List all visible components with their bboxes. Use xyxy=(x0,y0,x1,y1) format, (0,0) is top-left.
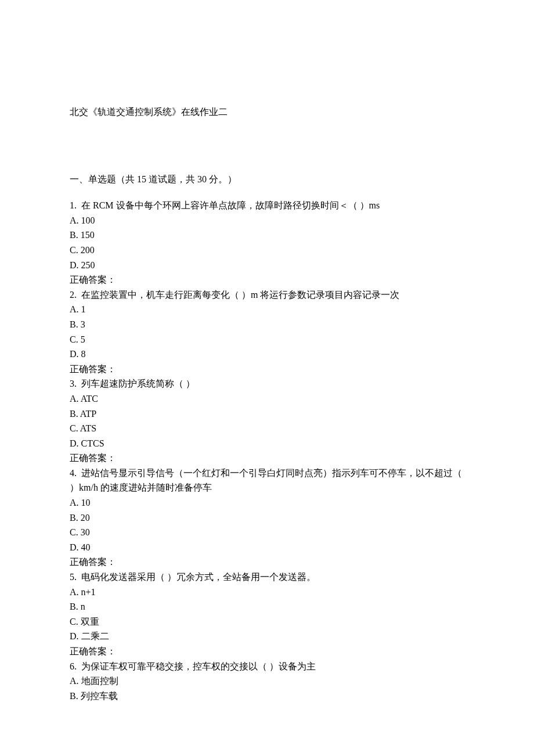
question-option: A. 100 xyxy=(70,213,464,228)
document-page: 北交《轨道交通控制系统》在线作业二 一、单选题（共 15 道试题，共 30 分。… xyxy=(0,0,534,756)
question-list: 1. 在 RCM 设备中每个环网上容许单点故障，故障时路径切换时间＜（ ）ms … xyxy=(70,198,464,703)
answer-label: 正确答案： xyxy=(70,362,464,377)
question-option: D. 40 xyxy=(70,540,464,555)
answer-label: 正确答案： xyxy=(70,644,464,659)
question-option: A. 地面控制 xyxy=(70,674,464,689)
question-item: 3. 列车超速防护系统简称（ ） A. ATC B. ATP C. ATS D.… xyxy=(70,376,464,466)
question-option: C. 200 xyxy=(70,243,464,258)
question-stem: 5. 电码化发送器采用（ ）冗余方式，全站备用一个发送器。 xyxy=(70,570,464,585)
answer-label: 正确答案： xyxy=(70,272,464,287)
section-header: 一、单选题（共 15 道试题，共 30 分。） xyxy=(70,172,464,187)
question-option: A. 1 xyxy=(70,302,464,317)
question-stem: 4. 进站信号显示引导信号（一个红灯和一个引导白灯同时点亮）指示列车可不停车，以… xyxy=(70,466,464,495)
question-item: 2. 在监控装置中，机车走行距离每变化（ ）m 将运行参数记录项目内容记录一次 … xyxy=(70,287,464,377)
question-option: C. 双重 xyxy=(70,614,464,629)
question-option: D. 二乘二 xyxy=(70,629,464,644)
document-title: 北交《轨道交通控制系统》在线作业二 xyxy=(70,105,464,120)
question-stem: 1. 在 RCM 设备中每个环网上容许单点故障，故障时路径切换时间＜（ ）ms xyxy=(70,198,464,213)
question-option: B. 列控车载 xyxy=(70,689,464,704)
question-option: C. 5 xyxy=(70,332,464,347)
question-item: 6. 为保证车权可靠平稳交接，控车权的交接以（ ）设备为主 A. 地面控制 B.… xyxy=(70,659,464,704)
question-item: 1. 在 RCM 设备中每个环网上容许单点故障，故障时路径切换时间＜（ ）ms … xyxy=(70,198,464,287)
question-option: B. 3 xyxy=(70,317,464,332)
question-option: A. 10 xyxy=(70,495,464,510)
question-option: D. 250 xyxy=(70,258,464,273)
question-option: A. ATC xyxy=(70,391,464,406)
question-option: B. 20 xyxy=(70,510,464,525)
question-item: 4. 进站信号显示引导信号（一个红灯和一个引导白灯同时点亮）指示列车可不停车，以… xyxy=(70,466,464,570)
question-option: D. CTCS xyxy=(70,436,464,451)
question-option: B. 150 xyxy=(70,228,464,243)
answer-label: 正确答案： xyxy=(70,451,464,466)
question-option: D. 8 xyxy=(70,347,464,362)
question-option: B. n xyxy=(70,599,464,614)
question-option: B. ATP xyxy=(70,406,464,422)
question-stem: 6. 为保证车权可靠平稳交接，控车权的交接以（ ）设备为主 xyxy=(70,659,464,674)
answer-label: 正确答案： xyxy=(70,555,464,570)
question-option: C. ATS xyxy=(70,421,464,436)
question-item: 5. 电码化发送器采用（ ）冗余方式，全站备用一个发送器。 A. n+1 B. … xyxy=(70,570,464,659)
question-option: A. n+1 xyxy=(70,585,464,600)
question-option: C. 30 xyxy=(70,525,464,540)
question-stem: 3. 列车超速防护系统简称（ ） xyxy=(70,376,464,391)
question-stem: 2. 在监控装置中，机车走行距离每变化（ ）m 将运行参数记录项目内容记录一次 xyxy=(70,287,464,303)
